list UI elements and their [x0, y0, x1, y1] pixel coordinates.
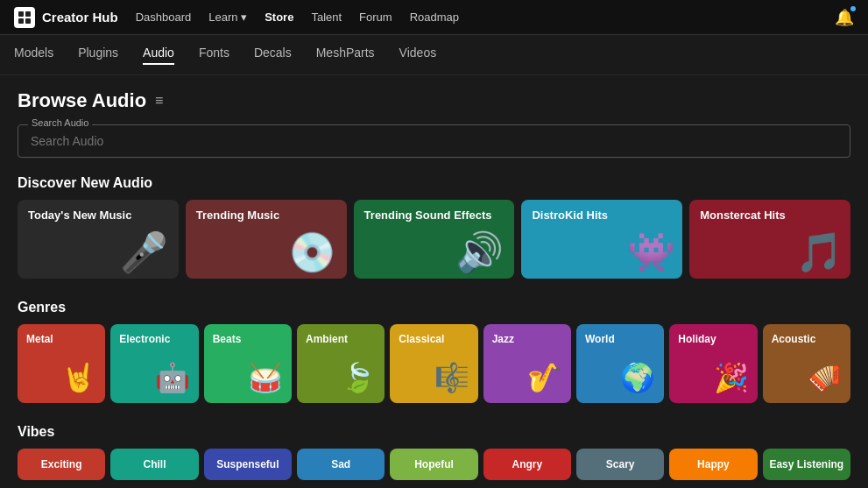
vibe-card-easy-listening[interactable]: Easy Listening: [763, 449, 850, 480]
vibe-label-8: Easy Listening: [769, 458, 843, 470]
vibe-label-7: Happy: [697, 458, 730, 470]
genre-emoji-8: 🪗: [772, 361, 842, 394]
discover-card-sound-effects[interactable]: Trending Sound Effects 🔊: [354, 200, 515, 279]
search-container: Search Audio: [18, 124, 850, 158]
subnav-meshparts[interactable]: MeshParts: [316, 46, 375, 65]
discover-card-emoji-2: 🔊: [455, 230, 504, 275]
subnav-audio[interactable]: Audio: [143, 46, 174, 65]
discover-card-distrokid[interactable]: DistroKid Hits 👾: [521, 200, 682, 279]
svg-rect-1: [25, 11, 31, 17]
genre-emoji-4: 🎼: [399, 361, 469, 394]
filter-icon[interactable]: ≡: [155, 93, 163, 109]
genre-card-electronic[interactable]: Electronic 🤖: [110, 324, 198, 403]
genre-card-world[interactable]: World 🌍: [576, 324, 664, 403]
genre-label-5: Jazz: [492, 333, 562, 345]
discover-card-emoji-4: 🎵: [795, 230, 843, 275]
sub-nav: Models Plugins Audio Fonts Decals MeshPa…: [0, 35, 868, 75]
nav-talent[interactable]: Talent: [311, 11, 342, 24]
search-label: Search Audio: [28, 117, 92, 128]
notification-bell[interactable]: 🔔: [835, 8, 854, 27]
genre-emoji-1: 🤖: [119, 361, 189, 394]
vibe-card-exciting[interactable]: Exciting: [18, 449, 105, 480]
vibe-label-3: Sad: [331, 458, 350, 470]
nav-roadmap[interactable]: Roadmap: [410, 11, 459, 24]
genres-grid: Metal 🤘 Electronic 🤖 Beats 🥁 Ambient 🍃 C…: [18, 324, 850, 403]
browse-title: Browse Audio: [18, 89, 146, 112]
vibe-card-sad[interactable]: Sad: [297, 449, 385, 480]
svg-rect-2: [18, 18, 24, 24]
vibe-card-angry[interactable]: Angry: [483, 449, 571, 480]
nav-store[interactable]: Store: [265, 11, 293, 24]
discover-card-new-music[interactable]: Today's New Music 🎤: [18, 200, 179, 279]
subnav-videos[interactable]: Videos: [399, 46, 437, 65]
genre-label-4: Classical: [399, 333, 469, 345]
nav-forum[interactable]: Forum: [359, 11, 392, 24]
vibe-card-chill[interactable]: Chill: [110, 449, 198, 480]
vibe-card-happy[interactable]: Happy: [669, 449, 757, 480]
discover-card-label-0: Today's New Music: [28, 209, 131, 222]
discover-card-emoji-0: 🎤: [120, 230, 168, 275]
genre-card-ambient[interactable]: Ambient 🍃: [297, 324, 385, 403]
top-nav-right: 🔔: [835, 8, 854, 27]
top-nav-links: Dashboard Learn ▾ Store Talent Forum Roa…: [136, 11, 835, 24]
vibe-label-2: Suspenseful: [216, 458, 279, 470]
logo-icon: [14, 7, 35, 28]
discover-section-title: Discover New Audio: [18, 175, 850, 191]
genre-emoji-2: 🥁: [213, 361, 283, 394]
search-input[interactable]: [18, 124, 850, 158]
genre-label-1: Electronic: [119, 333, 189, 345]
app-logo[interactable]: Creator Hub: [14, 7, 118, 28]
nav-learn[interactable]: Learn ▾: [208, 11, 247, 24]
main-content: Browse Audio ≡ Search Audio Discover New…: [0, 75, 868, 488]
vibe-label-4: Hopeful: [414, 458, 454, 470]
genre-emoji-6: 🌍: [585, 361, 655, 394]
browse-header: Browse Audio ≡: [18, 89, 850, 112]
vibe-card-scary[interactable]: Scary: [576, 449, 664, 480]
discover-grid: Today's New Music 🎤 Trending Music 💿 Tre…: [18, 200, 850, 279]
bell-icon-glyph: 🔔: [835, 9, 854, 26]
discover-card-monstercat[interactable]: Monstercat Hits 🎵: [689, 200, 850, 279]
genre-label-6: World: [585, 333, 655, 345]
genre-label-7: Holiday: [678, 333, 748, 345]
subnav-decals[interactable]: Decals: [254, 46, 292, 65]
vibe-label-6: Scary: [606, 458, 635, 470]
genre-card-acoustic[interactable]: Acoustic 🪗: [763, 324, 850, 403]
genre-card-holiday[interactable]: Holiday 🎉: [669, 324, 757, 403]
genre-card-jazz[interactable]: Jazz 🎷: [483, 324, 571, 403]
app-title: Creator Hub: [42, 10, 118, 25]
genre-label-8: Acoustic: [772, 333, 842, 345]
discover-card-trending-music[interactable]: Trending Music 💿: [186, 200, 347, 279]
subnav-models[interactable]: Models: [14, 46, 53, 65]
genre-label-0: Metal: [26, 333, 96, 345]
genre-emoji-0: 🤘: [26, 361, 96, 394]
svg-rect-3: [25, 18, 31, 24]
svg-rect-0: [18, 11, 24, 17]
subnav-fonts[interactable]: Fonts: [199, 46, 229, 65]
genre-card-beats[interactable]: Beats 🥁: [204, 324, 292, 403]
discover-card-label-3: DistroKid Hits: [532, 209, 608, 222]
genre-label-3: Ambient: [306, 333, 376, 345]
genre-emoji-3: 🍃: [306, 361, 376, 394]
vibes-grid: Exciting Chill Suspenseful Sad Hopeful A…: [18, 449, 850, 480]
discover-card-label-4: Monstercat Hits: [700, 209, 786, 222]
vibe-label-0: Exciting: [41, 458, 82, 470]
nav-dashboard[interactable]: Dashboard: [136, 11, 192, 24]
genre-emoji-7: 🎉: [678, 361, 748, 394]
vibe-label-5: Angry: [512, 458, 542, 470]
top-nav: Creator Hub Dashboard Learn ▾ Store Tale…: [0, 0, 868, 35]
genre-emoji-5: 🎷: [492, 361, 562, 394]
discover-card-label-1: Trending Music: [196, 209, 279, 222]
notification-dot: [850, 6, 856, 11]
vibe-card-hopeful[interactable]: Hopeful: [390, 449, 477, 480]
genres-section-title: Genres: [18, 300, 850, 315]
subnav-plugins[interactable]: Plugins: [78, 46, 118, 65]
discover-card-label-2: Trending Sound Effects: [364, 209, 492, 222]
vibe-card-suspenseful[interactable]: Suspenseful: [204, 449, 292, 480]
genre-label-2: Beats: [213, 333, 283, 345]
vibe-label-1: Chill: [143, 458, 166, 470]
discover-card-emoji-1: 💿: [288, 230, 336, 275]
vibes-section-title: Vibes: [18, 424, 850, 440]
genre-card-classical[interactable]: Classical 🎼: [390, 324, 477, 403]
genre-card-metal[interactable]: Metal 🤘: [18, 324, 105, 403]
sub-nav-links: Models Plugins Audio Fonts Decals MeshPa…: [14, 46, 436, 65]
